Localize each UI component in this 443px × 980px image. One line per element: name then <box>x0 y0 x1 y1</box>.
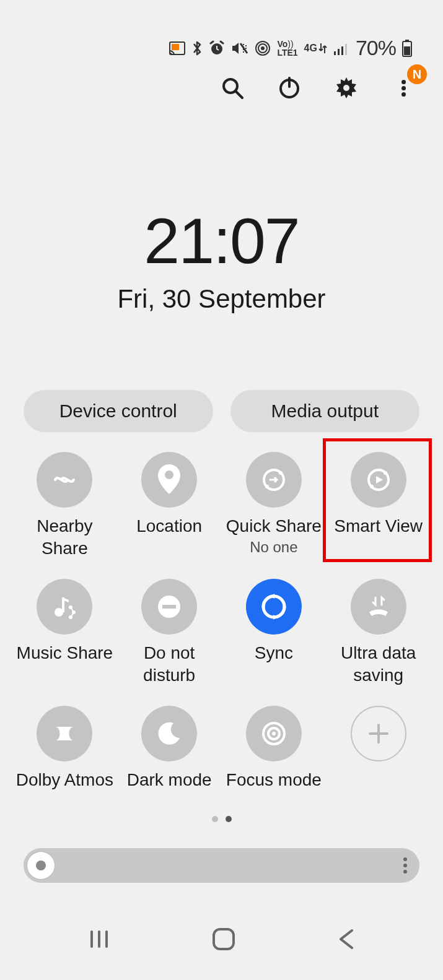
tile-music-share[interactable]: Music Share <box>12 579 117 687</box>
svg-rect-13 <box>404 46 410 55</box>
power-button[interactable] <box>274 73 304 103</box>
quick-share-icon <box>246 452 302 508</box>
tile-label: Sync <box>252 642 296 664</box>
tile-label: Smart View <box>331 515 425 537</box>
top-pill-row: Device control Media output <box>24 390 419 432</box>
battery-percentage: 70% <box>356 36 396 60</box>
page-dot-active <box>226 816 232 822</box>
tile-label: Music Share <box>14 642 116 664</box>
svg-line-15 <box>236 92 242 98</box>
tile-label: Dark mode <box>125 769 214 791</box>
tile-label: Dolby Atmos <box>14 769 116 791</box>
battery-icon <box>402 40 412 57</box>
tile-label: Focus mode <box>224 769 324 791</box>
svg-point-39 <box>272 732 276 735</box>
more-button[interactable]: N <box>388 73 418 103</box>
tile-label: Quick Share <box>224 515 324 537</box>
tile-sublabel: No one <box>250 539 297 556</box>
svg-rect-1 <box>172 44 179 50</box>
svg-rect-35 <box>162 605 176 609</box>
svg-rect-7 <box>334 51 336 55</box>
notification-badge: N <box>407 64 427 84</box>
quick-panel-toolbar: N <box>217 73 418 103</box>
slider-menu-icon[interactable] <box>403 857 407 874</box>
svg-point-27 <box>55 608 63 617</box>
svg-rect-8 <box>338 49 340 55</box>
quick-settings-grid: Nearby Share Location Quick Share No one… <box>12 452 431 811</box>
alarm-icon <box>209 40 225 56</box>
brightness-slider[interactable] <box>24 848 419 883</box>
ultra-data-icon <box>351 579 406 635</box>
sync-icon <box>246 579 302 635</box>
clock-section: 21:07 Fri, 30 September <box>0 204 443 314</box>
tile-nearby-share[interactable]: Nearby Share <box>12 452 117 560</box>
signal-icon <box>333 41 349 55</box>
focus-mode-icon <box>246 706 302 761</box>
back-button[interactable] <box>336 927 357 954</box>
tile-ultra-data[interactable]: Ultra data saving <box>326 579 431 687</box>
media-output-label: Media output <box>271 401 379 422</box>
tile-label: Do not disturb <box>117 642 222 687</box>
tile-quick-share[interactable]: Quick Share No one <box>222 452 327 560</box>
dolby-icon <box>37 706 92 761</box>
settings-button[interactable] <box>331 73 361 103</box>
brightness-knob[interactable] <box>27 852 55 879</box>
svg-point-26 <box>370 485 374 488</box>
mute-vibrate-icon <box>231 41 248 56</box>
home-icon <box>210 926 237 953</box>
tile-dolby[interactable]: Dolby Atmos <box>12 706 117 811</box>
bluetooth-icon <box>191 40 203 57</box>
svg-point-25 <box>384 471 387 475</box>
svg-point-19 <box>343 85 349 91</box>
dark-mode-icon <box>141 706 197 761</box>
clock-time: 21:07 <box>0 204 443 278</box>
hotspot-icon <box>255 40 271 56</box>
status-bar: Vo)) LTE1 4G 70% <box>169 36 412 60</box>
media-output-button[interactable]: Media output <box>230 390 420 432</box>
back-icon <box>336 927 357 952</box>
tile-smart-view[interactable]: Smart View <box>326 452 431 560</box>
tile-focus-mode[interactable]: Focus mode <box>222 706 327 811</box>
page-indicator <box>0 816 443 822</box>
plus-icon <box>351 706 406 761</box>
search-icon <box>220 76 245 100</box>
recents-icon <box>87 927 112 952</box>
search-button[interactable] <box>217 73 247 103</box>
tile-label: Nearby Share <box>12 515 117 560</box>
svg-rect-9 <box>341 46 343 55</box>
clock-date: Fri, 30 September <box>0 284 443 314</box>
volte-icon: Vo)) LTE1 <box>277 40 297 57</box>
mobile-data-icon: 4G <box>304 42 327 54</box>
more-vertical-icon <box>401 80 406 97</box>
nearby-share-icon <box>37 452 92 508</box>
home-button[interactable] <box>210 926 237 955</box>
svg-point-23 <box>265 485 269 488</box>
page-dot <box>212 816 218 822</box>
smart-view-icon <box>351 452 406 508</box>
navigation-bar <box>0 926 443 955</box>
location-icon <box>141 452 197 508</box>
tile-dark-mode[interactable]: Dark mode <box>117 706 222 811</box>
tile-location[interactable]: Location <box>117 452 222 560</box>
dnd-icon <box>141 579 197 635</box>
recents-button[interactable] <box>87 927 112 954</box>
power-icon <box>277 76 302 100</box>
svg-rect-10 <box>345 44 347 55</box>
tile-label: Ultra data saving <box>326 642 431 687</box>
tile-dnd[interactable]: Do not disturb <box>117 579 222 687</box>
music-share-icon <box>37 579 92 635</box>
svg-point-20 <box>165 470 173 479</box>
svg-point-4 <box>261 46 265 50</box>
cast-icon <box>169 41 185 55</box>
svg-rect-45 <box>214 929 234 949</box>
tile-add[interactable] <box>326 706 431 811</box>
gear-icon <box>334 76 359 100</box>
svg-point-22 <box>279 471 283 475</box>
device-control-label: Device control <box>59 401 177 422</box>
tile-sync[interactable]: Sync <box>222 579 327 687</box>
tile-label: Location <box>134 515 204 537</box>
device-control-button[interactable]: Device control <box>24 390 213 432</box>
